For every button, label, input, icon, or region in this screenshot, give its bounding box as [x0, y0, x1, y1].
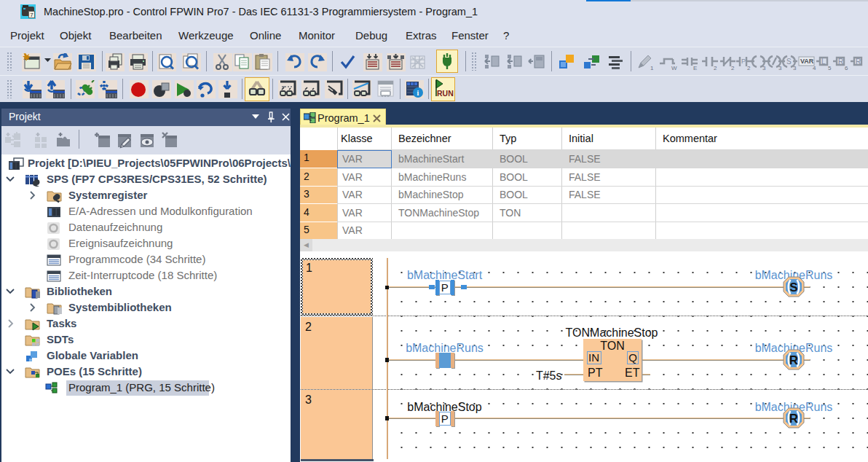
svg-text:1: 1 — [650, 65, 654, 71]
svg-text:RUN: RUN — [437, 89, 454, 98]
svg-text:E: E — [693, 65, 697, 71]
svg-text:S: S — [789, 281, 797, 294]
svg-text:P: P — [741, 58, 746, 65]
svg-text:2: 2 — [731, 65, 735, 71]
svg-text:S: S — [786, 58, 792, 66]
svg-text:5: 5 — [828, 65, 832, 71]
svg-text:W: W — [671, 65, 677, 71]
svg-text:VAR: VAR — [800, 58, 814, 65]
svg-text:R: R — [856, 58, 861, 66]
svg-text:R: R — [789, 353, 798, 367]
svg-text:R: R — [789, 411, 798, 425]
svg-text:6: 6 — [845, 65, 848, 71]
svg-text:2: 2 — [714, 65, 717, 71]
svg-text:i: i — [417, 89, 419, 97]
svg-text:L: L — [821, 58, 826, 66]
svg-text:3: 3 — [793, 65, 797, 71]
svg-text:R: R — [838, 58, 843, 66]
